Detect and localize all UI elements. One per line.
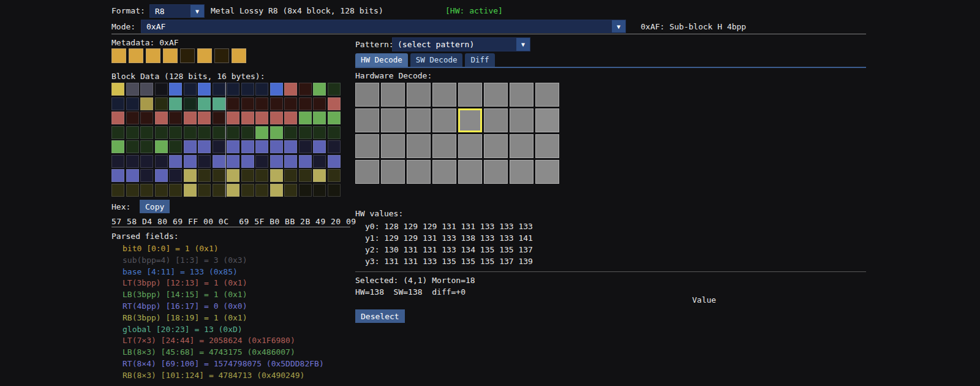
block-cell[interactable] bbox=[299, 140, 312, 153]
block-cell[interactable] bbox=[111, 184, 124, 197]
decode-cell[interactable] bbox=[535, 134, 559, 158]
format-select[interactable]: R8 ▼ bbox=[149, 4, 205, 18]
block-cell[interactable] bbox=[126, 97, 139, 110]
block-cell[interactable] bbox=[255, 112, 268, 124]
block-cell[interactable] bbox=[111, 169, 124, 182]
block-cell[interactable] bbox=[155, 126, 168, 139]
decode-cell[interactable] bbox=[432, 134, 456, 158]
block-cell[interactable] bbox=[155, 83, 168, 96]
decode-cell[interactable] bbox=[458, 83, 482, 107]
block-cell[interactable] bbox=[213, 126, 225, 139]
block-cell[interactable] bbox=[313, 140, 326, 153]
decode-cell[interactable] bbox=[407, 83, 431, 107]
block-cell[interactable] bbox=[270, 184, 283, 197]
block-cell[interactable] bbox=[184, 112, 197, 124]
block-cell[interactable] bbox=[126, 140, 139, 153]
block-cell[interactable] bbox=[126, 155, 139, 168]
decode-cell[interactable] bbox=[432, 83, 456, 107]
decode-cell[interactable] bbox=[432, 108, 456, 132]
block-cell[interactable] bbox=[284, 83, 297, 96]
block-cell[interactable] bbox=[270, 112, 283, 124]
decode-cell[interactable] bbox=[484, 160, 508, 184]
block-cell[interactable] bbox=[241, 126, 254, 139]
block-cell[interactable] bbox=[184, 169, 197, 182]
block-cell[interactable] bbox=[328, 97, 341, 110]
block-cell[interactable] bbox=[126, 169, 139, 182]
block-cell[interactable] bbox=[328, 184, 341, 197]
block-cell[interactable] bbox=[169, 126, 182, 139]
decode-cell[interactable] bbox=[381, 134, 405, 158]
block-cell[interactable] bbox=[111, 140, 124, 153]
block-cell[interactable] bbox=[227, 97, 239, 110]
block-cell[interactable] bbox=[213, 155, 225, 168]
block-cell[interactable] bbox=[255, 155, 268, 168]
block-cell[interactable] bbox=[198, 155, 211, 168]
decode-cell[interactable] bbox=[381, 83, 405, 107]
block-cell[interactable] bbox=[155, 140, 168, 153]
block-cell[interactable] bbox=[270, 169, 283, 182]
block-cell[interactable] bbox=[111, 112, 124, 124]
block-cell[interactable] bbox=[284, 184, 297, 197]
decode-cell[interactable] bbox=[458, 134, 482, 158]
block-cell[interactable] bbox=[111, 97, 124, 110]
decode-cell[interactable] bbox=[484, 83, 508, 107]
block-cell[interactable] bbox=[155, 184, 168, 197]
block-cell[interactable] bbox=[241, 97, 254, 110]
decode-cell[interactable] bbox=[484, 134, 508, 158]
block-cell[interactable] bbox=[227, 155, 239, 168]
block-cell[interactable] bbox=[198, 169, 211, 182]
block-cell[interactable] bbox=[213, 169, 225, 182]
block-cell[interactable] bbox=[184, 83, 197, 96]
decode-cell[interactable] bbox=[355, 134, 379, 158]
mode-select[interactable]: 0xAF ▼ bbox=[141, 20, 626, 33]
block-cell[interactable] bbox=[255, 97, 268, 110]
block-cell[interactable] bbox=[328, 140, 341, 153]
block-cell[interactable] bbox=[299, 126, 312, 139]
copy-button[interactable]: Copy bbox=[140, 200, 170, 213]
block-cell[interactable] bbox=[184, 140, 197, 153]
block-cell[interactable] bbox=[155, 155, 168, 168]
block-cell[interactable] bbox=[169, 155, 182, 168]
block-cell[interactable] bbox=[213, 97, 225, 110]
block-cell[interactable] bbox=[313, 169, 326, 182]
block-cell[interactable] bbox=[111, 126, 124, 139]
decode-cell[interactable] bbox=[510, 108, 533, 132]
block-cell[interactable] bbox=[270, 83, 283, 96]
block-cell[interactable] bbox=[140, 184, 153, 197]
block-cell[interactable] bbox=[313, 97, 326, 110]
block-cell[interactable] bbox=[198, 140, 211, 153]
block-cell[interactable] bbox=[140, 140, 153, 153]
block-cell[interactable] bbox=[213, 140, 225, 153]
block-cell[interactable] bbox=[140, 83, 153, 96]
tab-diff[interactable]: Diff bbox=[465, 53, 494, 67]
block-cell[interactable] bbox=[299, 169, 312, 182]
block-cell[interactable] bbox=[299, 97, 312, 110]
block-cell[interactable] bbox=[198, 126, 211, 139]
tab-hw-decode[interactable]: HW Decode bbox=[355, 53, 408, 67]
block-cell[interactable] bbox=[270, 126, 283, 139]
block-cell[interactable] bbox=[313, 112, 326, 124]
block-cell[interactable] bbox=[328, 83, 341, 96]
block-cell[interactable] bbox=[169, 184, 182, 197]
block-cell[interactable] bbox=[184, 155, 197, 168]
block-cell[interactable] bbox=[284, 140, 297, 153]
decode-cell[interactable] bbox=[432, 160, 456, 184]
block-cell[interactable] bbox=[169, 169, 182, 182]
block-cell[interactable] bbox=[198, 83, 211, 96]
block-cell[interactable] bbox=[328, 126, 341, 139]
block-cell[interactable] bbox=[213, 184, 225, 197]
decode-cell[interactable] bbox=[535, 83, 559, 107]
block-cell[interactable] bbox=[126, 126, 139, 139]
block-cell[interactable] bbox=[155, 97, 168, 110]
decode-cell[interactable] bbox=[458, 108, 482, 132]
decode-cell[interactable] bbox=[355, 83, 379, 107]
decode-cell[interactable] bbox=[407, 134, 431, 158]
block-cell[interactable] bbox=[227, 184, 239, 197]
block-cell[interactable] bbox=[328, 169, 341, 182]
decode-cell[interactable] bbox=[407, 160, 431, 184]
block-cell[interactable] bbox=[155, 112, 168, 124]
block-cell[interactable] bbox=[169, 112, 182, 124]
deselect-button[interactable]: Deselect bbox=[355, 309, 405, 323]
block-cell[interactable] bbox=[126, 184, 139, 197]
block-cell[interactable] bbox=[198, 184, 211, 197]
